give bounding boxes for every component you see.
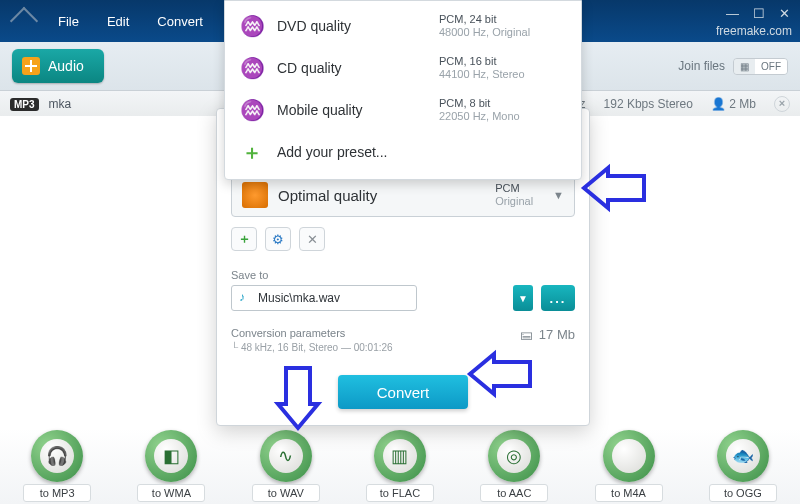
- conversion-params-label: Conversion parameters: [231, 327, 393, 339]
- add-audio-label: Audio: [48, 58, 84, 74]
- file-size: 👤 2 Mb: [711, 97, 756, 111]
- add-audio-button[interactable]: Audio: [12, 49, 104, 83]
- brand-label: freemake.com: [716, 24, 792, 38]
- app-logo-icon: [10, 7, 38, 35]
- format-flac-label: to FLAC: [366, 484, 434, 502]
- save-path-input[interactable]: [231, 285, 417, 311]
- preset-icon: [242, 182, 268, 208]
- waveform-icon: ♒: [239, 13, 265, 39]
- window-minimize-icon[interactable]: —: [726, 6, 739, 21]
- format-wav-label: to WAV: [252, 484, 320, 502]
- output-size: 🖴17 Mb: [520, 327, 575, 342]
- format-mp3-label: to MP3: [23, 484, 91, 502]
- preset-tools: ＋ ⚙ ✕: [231, 227, 575, 251]
- preset-option-add[interactable]: ＋ Add your preset...: [225, 131, 581, 173]
- wma-icon: ◧: [154, 439, 188, 473]
- join-on-icon: ▦: [734, 59, 755, 74]
- headphones-icon: 🎧: [40, 439, 74, 473]
- join-files-control[interactable]: Join files ▦ OFF: [678, 58, 788, 75]
- chevron-down-icon: ▼: [553, 189, 564, 201]
- add-preset-button[interactable]: ＋: [231, 227, 257, 251]
- file-remove-icon[interactable]: ×: [774, 96, 790, 112]
- window-close-icon[interactable]: ✕: [779, 6, 790, 21]
- window-maximize-icon[interactable]: ☐: [753, 6, 765, 21]
- conversion-params-detail: └ 48 kHz, 16 Bit, Stereo — 00:01:26: [231, 342, 393, 353]
- delete-preset-button[interactable]: ✕: [299, 227, 325, 251]
- browse-button[interactable]: ...: [541, 285, 575, 311]
- plus-icon: ＋: [239, 139, 265, 165]
- preset-option-dvd[interactable]: ♒ DVD quality PCM, 24 bit48000 Hz, Origi…: [225, 5, 581, 47]
- format-aac[interactable]: ◎to AAC: [474, 430, 554, 502]
- save-path-history-button[interactable]: ▼: [513, 285, 533, 311]
- save-to-label: Save to: [231, 269, 575, 281]
- wave-icon: ∿: [269, 439, 303, 473]
- plus-icon: [22, 57, 40, 75]
- join-off-label: OFF: [755, 59, 787, 74]
- join-files-label: Join files: [678, 59, 725, 73]
- format-bar: 🎧to MP3 ◧to WMA ∿to WAV ▥to FLAC ◎to AAC…: [0, 428, 800, 504]
- format-wma-label: to WMA: [137, 484, 205, 502]
- join-toggle[interactable]: ▦ OFF: [733, 58, 788, 75]
- format-m4a[interactable]: to M4A: [589, 430, 669, 502]
- format-ogg[interactable]: 🐟to OGG: [703, 430, 783, 502]
- format-wma[interactable]: ◧to WMA: [131, 430, 211, 502]
- size-icon: 🖴: [520, 327, 533, 342]
- format-mp3[interactable]: 🎧to MP3: [17, 430, 97, 502]
- preset-option-cd[interactable]: ♒ CD quality PCM, 16 bit44100 Hz, Stereo: [225, 47, 581, 89]
- format-flac[interactable]: ▥to FLAC: [360, 430, 440, 502]
- file-name: mka: [49, 97, 72, 111]
- format-aac-label: to AAC: [480, 484, 548, 502]
- preset-info: PCM Original: [495, 182, 533, 208]
- format-wav[interactable]: ∿to WAV: [246, 430, 326, 502]
- bars-icon: ▥: [383, 439, 417, 473]
- preset-name: Optimal quality: [278, 187, 377, 204]
- menu-convert[interactable]: Convert: [149, 10, 211, 33]
- edit-preset-button[interactable]: ⚙: [265, 227, 291, 251]
- preset-option-mobile[interactable]: ♒ Mobile quality PCM, 8 bit22050 Hz, Mon…: [225, 89, 581, 131]
- file-bitrate: 192 Kbps Stereo: [604, 97, 693, 111]
- menu-edit[interactable]: Edit: [99, 10, 137, 33]
- apple-icon: [612, 439, 646, 473]
- convert-button[interactable]: Convert: [338, 375, 468, 409]
- menu-file[interactable]: File: [50, 10, 87, 33]
- spiral-icon: ◎: [497, 439, 531, 473]
- waveform-icon: ♒: [239, 55, 265, 81]
- file-type-badge: MP3: [10, 98, 39, 111]
- format-ogg-label: to OGG: [709, 484, 777, 502]
- format-m4a-label: to M4A: [595, 484, 663, 502]
- preset-dropdown: ♒ DVD quality PCM, 24 bit48000 Hz, Origi…: [224, 0, 582, 180]
- fish-icon: 🐟: [726, 439, 760, 473]
- waveform-icon: ♒: [239, 97, 265, 123]
